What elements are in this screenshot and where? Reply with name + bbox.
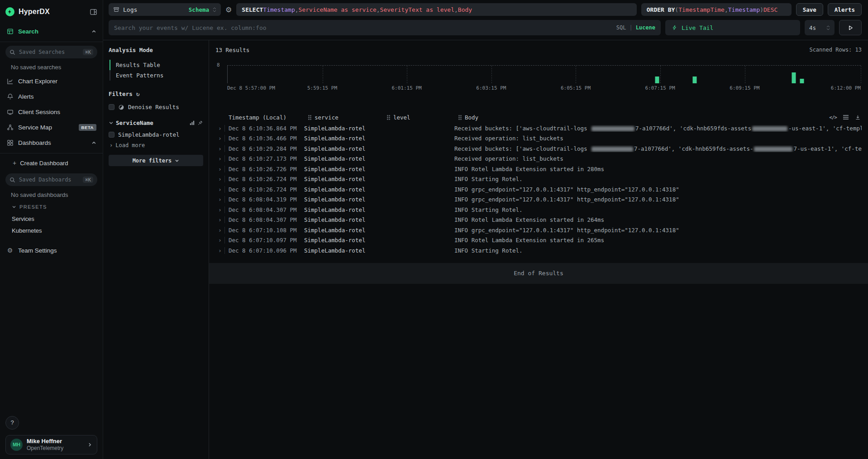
event-search-input[interactable]: Search your events w/ Lucene ex. column:…: [109, 20, 661, 35]
more-filters-button[interactable]: More filters: [109, 155, 203, 166]
sidebar-item-service-map[interactable]: Service Map BETA: [5, 120, 97, 135]
chart-bar[interactable]: [792, 72, 796, 83]
denoise-results-option[interactable]: Denoise Results: [109, 104, 203, 110]
sidebar-item-label: Client Sessions: [18, 109, 60, 115]
row-expand-icon[interactable]: ›: [215, 196, 224, 203]
order-by-editor[interactable]: ORDER BY (TimestampTime, Timestamp) DESC: [641, 3, 792, 16]
sidebar-item-alerts[interactable]: Alerts: [5, 89, 97, 104]
analysis-mode-heading: Analysis Mode: [109, 47, 203, 53]
source-selector[interactable]: Logs Schema: [109, 3, 221, 16]
load-more-button[interactable]: › Load more: [109, 142, 203, 148]
table-row[interactable]: ›Dec 8 6:07:10.108 PMSimpleLambda-rotelI…: [215, 225, 862, 235]
row-expand-icon[interactable]: ›: [215, 135, 224, 142]
row-expand-icon[interactable]: ›: [215, 216, 224, 223]
row-expand-icon[interactable]: ›: [215, 155, 224, 162]
lucene-toggle[interactable]: Lucene: [636, 24, 655, 31]
table-row[interactable]: ›Dec 8 6:10:26.724 PMSimpleLambda-rotelI…: [215, 184, 862, 195]
row-expand-icon[interactable]: ›: [215, 176, 224, 182]
user-menu[interactable]: MH Mike Heffner OpenTelemetry: [5, 435, 97, 454]
table-row[interactable]: ›Dec 8 6:08:04.307 PMSimpleLambda-rotelI…: [215, 205, 862, 215]
column-header-body[interactable]: Body </>: [458, 114, 862, 121]
row-expand-icon[interactable]: ›: [215, 186, 224, 193]
sidebar-item-search[interactable]: Search: [5, 24, 97, 39]
table-row[interactable]: ›Dec 8 6:10:36.466 PMSimpleLambda-rotelR…: [215, 134, 862, 144]
facet-value-checkbox[interactable]: [109, 132, 114, 138]
preset-services[interactable]: Services: [5, 213, 97, 225]
chevron-up-icon[interactable]: [91, 29, 96, 34]
row-expand-icon[interactable]: ›: [215, 145, 224, 152]
row-expand-icon[interactable]: ›: [215, 206, 224, 213]
select-query-editor[interactable]: SELECT Timestamp, ServiceName as service…: [236, 3, 636, 16]
query-token: ,: [725, 6, 728, 13]
table-row[interactable]: ›Dec 8 6:10:26.726 PMSimpleLambda-rotelI…: [215, 164, 862, 174]
row-expand-icon[interactable]: ›: [215, 247, 224, 254]
row-expand-icon[interactable]: ›: [215, 125, 224, 132]
saved-searches-input[interactable]: Saved Searches ⌘K: [5, 46, 97, 58]
magnifier-icon: [10, 49, 15, 55]
mode-event-patterns[interactable]: Event Patterns: [110, 70, 203, 81]
create-dashboard-label: Create Dashboard: [20, 160, 68, 167]
row-expand-icon[interactable]: ›: [215, 227, 224, 234]
drag-handle-icon[interactable]: [387, 115, 388, 116]
cell-timestamp: Dec 8 6:10:29.284 PM: [224, 145, 304, 152]
x-axis-tick-label: 6:09:15 PM: [730, 85, 759, 91]
schema-link[interactable]: Schema: [189, 6, 209, 13]
row-expand-icon[interactable]: ›: [215, 166, 224, 172]
sidebar-item-chart-explorer[interactable]: Chart Explorer: [5, 73, 97, 89]
sidebar-item-dashboards[interactable]: Dashboards: [5, 135, 97, 150]
facet-servicename[interactable]: ServiceName: [109, 120, 203, 126]
row-expand-icon[interactable]: ›: [215, 237, 224, 244]
facet-chart-icon[interactable]: [189, 120, 195, 126]
facet-pin-icon[interactable]: [197, 120, 203, 126]
query-token: ,: [295, 6, 299, 13]
download-icon[interactable]: [855, 115, 861, 120]
sql-toggle[interactable]: SQL: [616, 24, 626, 31]
column-label: Body: [465, 114, 478, 121]
table-row[interactable]: ›Dec 8 6:08:04.307 PMSimpleLambda-rotelI…: [215, 215, 862, 225]
results-count: 13 Results: [215, 47, 249, 53]
create-dashboard-button[interactable]: + Create Dashboard: [5, 156, 97, 170]
refresh-interval-stepper[interactable]: 4s: [805, 20, 835, 35]
code-view-icon[interactable]: </>: [829, 115, 837, 120]
chevron-up-icon[interactable]: [91, 140, 96, 145]
sidebar-item-client-sessions[interactable]: Client Sessions: [5, 104, 97, 120]
table-row[interactable]: ›Dec 8 6:10:36.864 PMSimpleLambda-rotelR…: [215, 123, 862, 134]
chart-bar[interactable]: [655, 76, 659, 83]
alerts-button[interactable]: Alerts: [828, 3, 862, 16]
body-text: 7-a107766d', 'cdk-hnb659fds-assets: [635, 125, 751, 132]
stepper-carets-icon[interactable]: [826, 25, 830, 30]
column-header-service[interactable]: service: [308, 114, 387, 121]
column-header-timestamp[interactable]: Timestamp (Local): [229, 114, 308, 121]
row-density-icon[interactable]: [843, 115, 849, 120]
body-text: Received operation: list_buckets: [454, 135, 563, 142]
table-row[interactable]: ›Dec 8 6:07:10.096 PMSimpleLambda-rotelI…: [215, 245, 862, 256]
column-header-level[interactable]: level: [387, 114, 458, 121]
cell-timestamp: Dec 8 6:10:26.724 PM: [224, 186, 304, 193]
table-row[interactable]: ›Dec 8 6:10:29.284 PMSimpleLambda-rotelR…: [215, 143, 862, 154]
live-tail-button[interactable]: Live Tail: [665, 20, 800, 35]
mode-results-table[interactable]: Results Table: [110, 60, 203, 70]
table-row[interactable]: ›Dec 8 6:07:10.097 PMSimpleLambda-rotelI…: [215, 235, 862, 246]
table-row[interactable]: ›Dec 8 6:10:26.724 PMSimpleLambda-rotelI…: [215, 174, 862, 185]
table-row[interactable]: ›Dec 8 6:10:27.173 PMSimpleLambda-rotelR…: [215, 154, 862, 164]
dashboards-icon: [6, 139, 14, 146]
presets-toggle[interactable]: PRESETS: [5, 201, 97, 213]
table-row[interactable]: ›Dec 8 6:08:04.319 PMSimpleLambda-rotelI…: [215, 195, 862, 205]
facet-value-simplelambda[interactable]: SimpleLambda-rotel: [109, 131, 203, 138]
sidebar-item-team-settings[interactable]: ⚙ Team Settings: [5, 243, 97, 258]
refresh-icon[interactable]: ↻: [136, 91, 140, 97]
query-settings-gear-icon[interactable]: ⚙: [225, 5, 232, 14]
column-label: Timestamp (Local): [229, 114, 286, 121]
preset-kubernetes[interactable]: Kubernetes: [5, 225, 97, 236]
collapse-sidebar-icon[interactable]: [90, 8, 97, 16]
chart-bar[interactable]: [800, 79, 804, 83]
cell-timestamp: Dec 8 6:10:26.724 PM: [224, 176, 304, 182]
help-button[interactable]: ?: [5, 416, 19, 430]
play-button[interactable]: [839, 20, 862, 35]
save-button[interactable]: Save: [796, 3, 823, 16]
saved-dashboards-input[interactable]: Saved Dashboards ⌘K: [5, 173, 97, 186]
denoise-checkbox[interactable]: [109, 104, 114, 110]
drag-handle-icon[interactable]: [308, 115, 310, 116]
drag-handle-icon[interactable]: [458, 115, 460, 116]
chart-bar[interactable]: [693, 76, 697, 83]
